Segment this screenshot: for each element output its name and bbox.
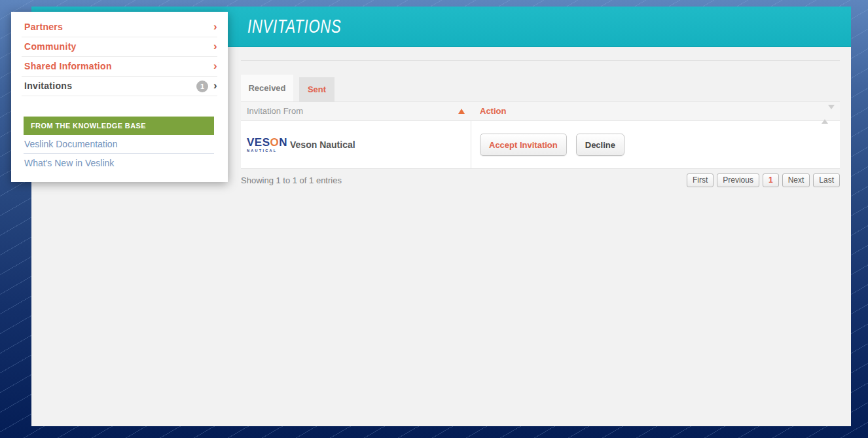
column-header-label: Invitation From — [247, 106, 303, 116]
partner-name: Veson Nautical — [290, 139, 355, 150]
content-divider — [241, 60, 840, 61]
pagination-last-button[interactable]: Last — [813, 173, 840, 187]
pagination-first-button[interactable]: First — [687, 173, 714, 187]
navigation-menu-panel: Partners › Community › Shared Informatio… — [11, 12, 228, 182]
knowledge-base-header: FROM THE KNOWLEDGE BASE — [24, 117, 214, 135]
table-row: VESON NAUTICAL Veson Nautical Accept Inv… — [241, 121, 840, 169]
action-cell: Accept Invitation Decline — [471, 121, 840, 168]
sort-both-icon — [822, 105, 835, 124]
link-veslink-documentation[interactable]: Veslink Documentation — [24, 135, 214, 154]
table-header-row: Invitation From Action — [241, 101, 840, 121]
invitations-table: Invitation From Action VESON N — [241, 101, 840, 169]
veson-nautical-logo: VESON NAUTICAL — [247, 137, 285, 153]
content-area: ReceivedSent Invitation From Action — [241, 47, 840, 426]
tab-sent[interactable]: Sent — [299, 77, 335, 101]
invitation-from-cell: VESON NAUTICAL Veson Nautical — [241, 121, 471, 168]
accept-invitation-button[interactable]: Accept Invitation — [480, 134, 567, 156]
decline-button[interactable]: Decline — [576, 134, 624, 156]
column-header-invitation-from[interactable]: Invitation From — [241, 102, 471, 120]
page-title: INVITATIONS — [247, 16, 341, 37]
chevron-right-icon: › — [213, 18, 217, 36]
link-whats-new-in-veslink[interactable]: What's New in Veslink — [24, 154, 214, 173]
pagination-previous-button[interactable]: Previous — [717, 173, 759, 187]
pagination-page-1-button[interactable]: 1 — [763, 173, 779, 187]
column-header-action[interactable]: Action — [471, 102, 840, 120]
menu-item-label: Invitations — [24, 81, 72, 91]
invitations-count-badge: 1 — [196, 81, 208, 92]
menu-item-label: Community — [24, 41, 77, 52]
tab-bar: ReceivedSent — [241, 75, 335, 101]
chevron-right-icon: › — [213, 37, 217, 56]
menu-item-label: Partners — [24, 22, 63, 32]
showing-entries-text: Showing 1 to 1 of 1 entries — [241, 175, 342, 185]
menu-item-label: Shared Information — [24, 61, 112, 71]
tab-received[interactable]: Received — [241, 75, 293, 101]
pagination-next-button[interactable]: Next — [782, 173, 810, 187]
menu-list: Partners › Community › Shared Informatio… — [11, 12, 228, 96]
menu-item-shared-information[interactable]: Shared Information › — [22, 57, 217, 77]
sort-ascending-icon — [458, 109, 465, 114]
column-header-label: Action — [480, 106, 506, 116]
menu-item-partners[interactable]: Partners › — [22, 18, 217, 37]
menu-item-community[interactable]: Community › — [22, 37, 217, 57]
chevron-right-icon: › — [213, 57, 217, 75]
chevron-right-icon: › — [213, 77, 217, 95]
pagination: First Previous 1 Next Last — [687, 173, 840, 187]
menu-item-invitations[interactable]: Invitations 1 › — [22, 77, 217, 96]
